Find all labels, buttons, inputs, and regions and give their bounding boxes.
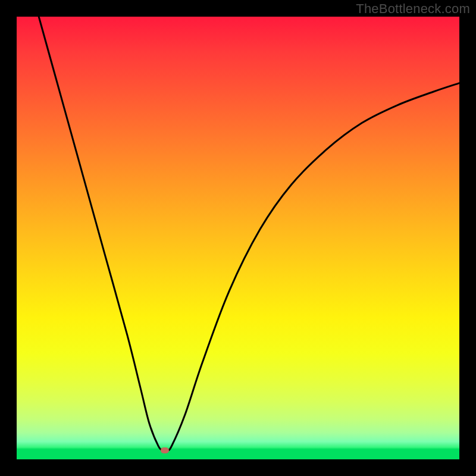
chart-frame: TheBottleneck.com bbox=[0, 0, 476, 476]
bottleneck-curve bbox=[39, 17, 459, 451]
plot-area bbox=[17, 17, 459, 459]
watermark-text: TheBottleneck.com bbox=[356, 1, 470, 17]
optimum-marker bbox=[161, 447, 169, 453]
curve-svg bbox=[17, 17, 459, 459]
